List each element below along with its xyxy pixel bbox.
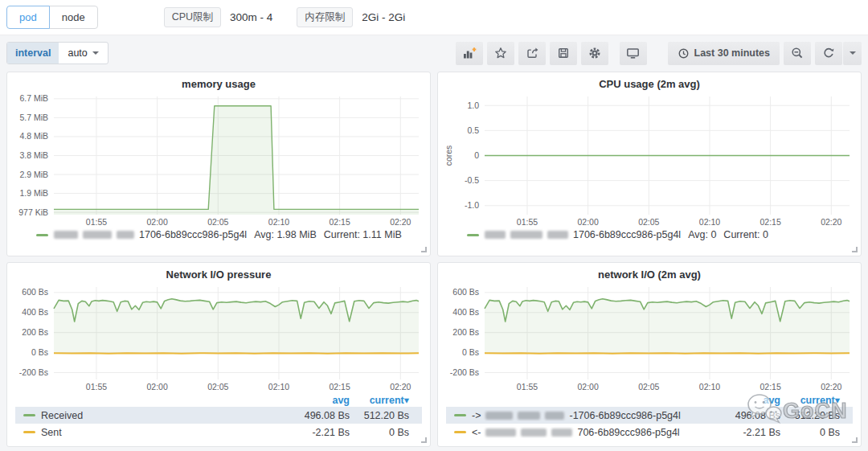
memory-limit-tag: 内存限制 [297, 7, 353, 27]
star-button[interactable] [487, 42, 514, 65]
cpu-usage-chart[interactable]: 01:5502:0002:0502:1002:1502:20-1.0-0.500… [443, 92, 856, 228]
x-tick-label: 02:10 [268, 382, 289, 392]
panel-resize-handle[interactable] [421, 247, 427, 252]
series-fill [485, 299, 850, 353]
redacted-text [547, 231, 568, 239]
memory-usage-chart[interactable]: 01:5502:0002:0502:1002:1502:20977 KiB1.9… [12, 92, 425, 228]
refresh-interval-dropdown[interactable] [843, 42, 862, 65]
tab-node[interactable]: node [49, 6, 98, 29]
legend-header-current[interactable]: current▾ [780, 394, 853, 406]
memory-limit-value: 2Gi - 2Gi [362, 11, 405, 23]
x-tick-label: 02:05 [638, 382, 659, 392]
x-tick-label: 02:00 [577, 217, 598, 227]
caret-down-icon [92, 51, 99, 55]
share-button[interactable] [518, 42, 546, 65]
legend-header-current[interactable]: current▾ [350, 394, 422, 406]
redacted-text [54, 231, 78, 239]
avg-value: 496.08 Bs [692, 410, 780, 421]
chart-canvas[interactable]: 01:5502:0002:0502:1002:1502:20-200 Bs0 B… [12, 282, 425, 393]
legend-row[interactable]: 1706-6b89ccc986-p5g4l Avg: 0 Current: 0 [438, 229, 861, 240]
legend-header-row: avg current▾ [15, 393, 422, 407]
series-label[interactable]: Sent [41, 427, 62, 438]
legend-row-received[interactable]: -> -1706-6b89ccc986-p5g4l 496.08 Bs 512.… [446, 407, 853, 424]
current-value: 512.20 Bs [780, 410, 853, 421]
save-icon [557, 47, 570, 59]
series-color-dash [23, 414, 35, 416]
redacted-text [510, 231, 542, 239]
interval-variable-select[interactable]: interval auto [6, 42, 108, 64]
y-tick-label: 200 Bs [22, 327, 48, 337]
chart-canvas[interactable]: 01:5502:0002:0502:1002:1502:20977 KiB1.9… [12, 92, 425, 228]
network-io-2m-chart[interactable]: 01:5502:0002:0502:1002:1502:20-200 Bs0 B… [443, 282, 856, 393]
x-tick-label: 01:55 [86, 217, 107, 227]
interval-label: interval [7, 43, 59, 64]
x-tick-label: 01:55 [86, 382, 107, 392]
series-current: Current: 0 [723, 229, 768, 240]
series-label[interactable]: 1706-6b89ccc986-p5g4l [139, 229, 247, 240]
save-button[interactable] [550, 42, 577, 65]
avg-value: -2.21 Bs [261, 427, 350, 438]
legend-row-received[interactable]: Received 496.08 Bs 512.20 Bs [15, 407, 422, 424]
tab-pod[interactable]: pod [6, 6, 50, 29]
add-panel-icon [462, 47, 477, 59]
y-tick-label: 1.0 [467, 100, 479, 110]
pod-node-tab-group: pod node [6, 6, 98, 29]
series-label[interactable]: 706-6b89ccc986-p5g4l [577, 427, 679, 438]
time-range-picker[interactable]: Last 30 minutes [668, 42, 780, 65]
panel-title[interactable]: network I/O (2m avg) [438, 263, 861, 282]
refresh-button[interactable] [815, 42, 842, 65]
panel-title[interactable]: Network I/O pressure [7, 263, 430, 282]
legend-table: avg current▾ Received 496.08 Bs 512.20 B… [15, 393, 422, 441]
series-label[interactable]: Received [41, 410, 83, 421]
legend-row-sent[interactable]: Sent -2.21 Bs 0 Bs [15, 424, 422, 441]
x-tick-label: 02:05 [207, 217, 228, 227]
interval-value-dropdown[interactable]: auto [59, 43, 107, 64]
panel-resize-handle[interactable] [852, 247, 858, 252]
settings-button[interactable] [581, 42, 608, 65]
zoom-out-button[interactable] [784, 42, 811, 65]
y-tick-label: 977 KiB [18, 207, 48, 217]
zoom-out-icon [791, 47, 804, 59]
add-panel-button[interactable] [456, 42, 483, 65]
x-tick-label: 02:15 [329, 217, 350, 227]
series-label[interactable]: 1706-6b89ccc986-p5g4l [573, 229, 681, 240]
series-label[interactable]: -1706-6b89ccc986-p5g4l [569, 410, 680, 421]
panel-resize-handle[interactable] [421, 437, 427, 443]
series-avg: Avg: 1.98 MiB [254, 229, 317, 240]
top-bar: pod node CPU限制 300m - 4 内存限制 2Gi - 2Gi [0, 0, 868, 35]
cpu-limit-value: 300m - 4 [230, 11, 272, 23]
legend-row-sent[interactable]: <- 706-6b89ccc986-p5g4l -2.21 Bs 0 Bs [446, 424, 853, 441]
chart-canvas[interactable]: 01:5502:0002:0502:1002:1502:20-1.0-0.500… [443, 92, 856, 228]
redacted-text [485, 231, 506, 239]
tv-mode-icon [626, 47, 640, 59]
y-tick-label: 600 Bs [452, 287, 479, 297]
y-tick-label: 200 Bs [452, 327, 479, 337]
chart-canvas[interactable]: 01:5502:0002:0502:1002:1502:20-200 Bs0 B… [443, 282, 856, 393]
panel-memory-usage: memory usage 01:5502:0002:0502:1002:1502… [6, 72, 431, 256]
panel-title[interactable]: memory usage [7, 72, 430, 92]
star-icon [494, 47, 507, 59]
dashboard-controls-row: interval auto [0, 39, 868, 67]
y-tick-label: 400 Bs [452, 307, 479, 317]
tv-mode-button[interactable] [620, 42, 647, 65]
redacted-text [485, 412, 513, 420]
x-tick-label: 02:00 [146, 217, 167, 227]
x-tick-label: 01:55 [517, 382, 538, 392]
network-io-pressure-chart[interactable]: 01:5502:0002:0502:1002:1502:20-200 Bs0 B… [12, 282, 425, 393]
legend-header-row: avg current▾ [446, 393, 853, 407]
x-tick-label: 01:55 [517, 217, 538, 227]
series-color-dash [467, 234, 479, 236]
cpu-limit-tag: CPU限制 [164, 7, 221, 27]
panel-resize-handle[interactable] [852, 437, 858, 443]
share-icon [526, 47, 538, 59]
panel-cpu-usage: CPU usage (2m avg) 01:5502:0002:0502:100… [437, 72, 862, 256]
y-tick-label: -200 Bs [450, 367, 479, 377]
dashboard-toolbar: Last 30 minutes [452, 42, 862, 65]
current-value: 512.20 Bs [350, 410, 422, 421]
legend-header-avg[interactable]: avg [261, 395, 350, 406]
avg-value: -2.21 Bs [692, 427, 780, 438]
panel-network-io-2m-avg: network I/O (2m avg) 01:5502:0002:0502:1… [437, 262, 862, 447]
panel-title[interactable]: CPU usage (2m avg) [438, 72, 861, 92]
legend-header-avg[interactable]: avg [692, 395, 780, 406]
legend-row[interactable]: 1706-6b89ccc986-p5g4l Avg: 1.98 MiB Curr… [7, 229, 430, 240]
